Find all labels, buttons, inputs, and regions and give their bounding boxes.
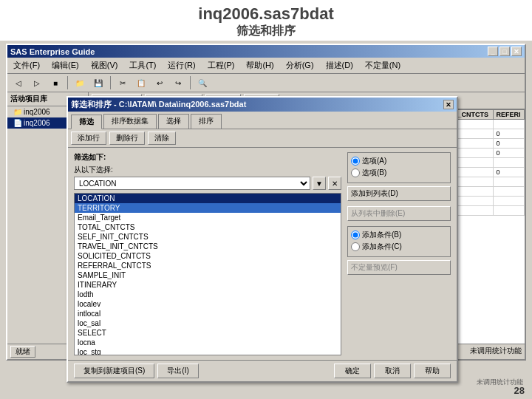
menu-tools[interactable]: 工具(T) xyxy=(126,59,159,72)
listbox-item[interactable]: ITINERARY xyxy=(75,280,341,290)
toolbar-open[interactable]: 📁 xyxy=(72,75,88,90)
cell-data: 0 xyxy=(494,168,525,177)
app-titlebar: SAS Enterprise Guide _ □ ✕ xyxy=(7,45,525,58)
cell-data: 0 xyxy=(494,129,525,139)
radio-c-input[interactable] xyxy=(351,231,360,239)
filter-dialog: 筛选和排序 - C:\IATAM\ Data\inq2006.sas7bdat … xyxy=(66,96,458,383)
toolbar-stop[interactable]: ■ xyxy=(47,75,64,90)
radio-group-2: 添加条件(B) 添加条件(C) xyxy=(347,226,451,257)
listbox-item[interactable]: intlocal xyxy=(75,309,341,318)
menu-edit[interactable]: 编辑(E) xyxy=(49,59,82,72)
filter-dropdown-arrow[interactable]: ▼ xyxy=(313,177,326,190)
page-number: 28 xyxy=(514,385,525,396)
listbox-item[interactable]: SOLICITED_CNTCTS xyxy=(75,251,341,261)
toolbar-search[interactable]: 🔍 xyxy=(194,75,211,90)
tree-label-1: inq2006 xyxy=(24,108,50,116)
btn-add-to-list[interactable]: 添加到列表(D) xyxy=(347,186,451,201)
radio-option-a[interactable]: 选项(A) xyxy=(351,156,447,166)
btn-add-condition[interactable]: 不定量预览(F) xyxy=(347,260,451,275)
filter-clear-btn[interactable]: ✕ xyxy=(328,177,341,190)
btn-clear[interactable]: 清除 xyxy=(148,132,176,145)
listbox-item[interactable]: SELF_INIT_CNTCTS xyxy=(75,232,341,242)
cell-data xyxy=(494,120,525,129)
radio-group-1: 选项(A) 选项(B) xyxy=(347,152,451,183)
btn-add-row[interactable]: 添加行 xyxy=(71,132,106,145)
dialog-tab-filter[interactable]: 筛选 xyxy=(71,115,102,129)
listbox-item[interactable]: localev xyxy=(75,299,341,309)
filter-left: 筛选如下: 从以下选择: LOCATION ▼ ✕ LOCATIONTERRIT… xyxy=(74,152,341,355)
footer-left: 复制到新建项目(S) 导出(I) xyxy=(74,364,199,378)
radio-c-label: 添加条件(B) xyxy=(362,230,401,240)
menu-analyze[interactable]: 分析(G) xyxy=(283,59,317,72)
listbox-item[interactable]: locna xyxy=(75,338,341,347)
toolbar-cut[interactable]: ✂ xyxy=(115,75,131,90)
close-btn[interactable]: ✕ xyxy=(511,47,522,56)
btn-export[interactable]: 导出(I) xyxy=(157,364,198,378)
sep2 xyxy=(110,76,111,89)
radio-b-input[interactable] xyxy=(351,168,360,177)
dialog-tabs: 筛选 排序数据集 选择 排序 xyxy=(68,112,457,129)
status-right-text: 未调用统计功能 xyxy=(470,347,522,355)
listbox-item[interactable]: TRAVEL_INIT_CNTCTS xyxy=(75,242,341,251)
app-menubar: 文件(F) 编辑(E) 视图(V) 工具(T) 运行(R) 工程(P) 帮助(H… xyxy=(7,58,525,74)
menu-describe[interactable]: 描述(D) xyxy=(323,59,356,72)
btn-cancel[interactable]: 取消 xyxy=(374,364,411,378)
listbox-item[interactable]: TERRITORY xyxy=(75,203,341,213)
dialog-close-btn[interactable]: ✕ xyxy=(443,100,454,109)
listbox-item[interactable]: SAMPLE_INIT xyxy=(75,270,341,280)
filter-subsection-label: 从以下选择: xyxy=(74,165,341,175)
filter-listbox[interactable]: LOCATIONTERRITORYEmail_TargetTOTAL_CNTCT… xyxy=(74,193,341,355)
menu-run[interactable]: 运行(R) xyxy=(165,59,198,72)
tree-label-2: inq2006 xyxy=(24,119,50,127)
dialog-titlebar: 筛选和排序 - C:\IATAM\ Data\inq2006.sas7bdat … xyxy=(68,98,457,112)
listbox-item[interactable]: lodth xyxy=(75,290,341,299)
menu-project[interactable]: 工程(P) xyxy=(205,59,238,72)
cell-data: 0 xyxy=(494,139,525,149)
tree-icon-2: 📄 xyxy=(13,119,22,127)
toolbar-forward[interactable]: ▷ xyxy=(29,75,45,90)
menu-misc[interactable]: 不定量(N) xyxy=(362,59,403,72)
minimize-btn[interactable]: _ xyxy=(488,47,498,56)
dialog-tab-select[interactable]: 选择 xyxy=(158,114,189,129)
listbox-item[interactable]: TOTAL_CNTCTS xyxy=(75,222,341,232)
cell-data xyxy=(494,158,525,168)
radio-d-input[interactable] xyxy=(351,242,360,251)
toolbar-undo[interactable]: ↩ xyxy=(151,75,168,90)
listbox-item[interactable]: loc_sal xyxy=(75,318,341,328)
btn-remove-from-list[interactable]: 从列表中删除(E) xyxy=(347,206,451,221)
cell-data xyxy=(494,197,525,206)
toolbar-back[interactable]: ◁ xyxy=(10,75,27,90)
listbox-item[interactable]: SELECT xyxy=(75,328,341,338)
listbox-item[interactable]: LOCATION xyxy=(75,194,341,203)
btn-delete-row[interactable]: 删除行 xyxy=(109,132,145,145)
dialog-tab-sort-dataset[interactable]: 排序数据集 xyxy=(103,114,157,129)
dialog-body: 筛选如下: 从以下选择: LOCATION ▼ ✕ LOCATIONTERRIT… xyxy=(68,148,457,360)
radio-a-input[interactable] xyxy=(351,157,360,166)
toolbar-copy[interactable]: 📋 xyxy=(133,75,149,90)
radio-option-b[interactable]: 选项(B) xyxy=(351,168,447,178)
menu-help[interactable]: 帮助(H) xyxy=(243,59,276,72)
menu-file[interactable]: 文件(F) xyxy=(10,59,43,72)
tree-icon-1: 📁 xyxy=(13,108,22,116)
listbox-item[interactable]: REFERRAL_CNTCTS xyxy=(75,261,341,270)
radio-option-d[interactable]: 添加条件(C) xyxy=(351,242,447,252)
app-toolbar: ◁ ▷ ■ 📁 💾 ✂ 📋 ↩ ↪ 🔍 xyxy=(7,74,525,92)
listbox-item[interactable]: Email_Target xyxy=(75,213,341,222)
cell-data: 0 xyxy=(494,149,525,158)
dialog-tab-sort[interactable]: 排序 xyxy=(191,114,222,129)
page-title-main: inq2006.sas7bdat xyxy=(0,4,532,24)
radio-option-c[interactable]: 添加条件(B) xyxy=(351,230,447,240)
filter-column-dropdown[interactable]: LOCATION xyxy=(74,177,310,190)
toolbar-redo[interactable]: ↪ xyxy=(170,75,186,90)
btn-ok[interactable]: 确定 xyxy=(334,364,371,378)
btn-help[interactable]: 帮助 xyxy=(414,364,451,378)
maximize-btn[interactable]: □ xyxy=(499,47,510,56)
dialog-title: 筛选和排序 - C:\IATAM\ Data\inq2006.sas7bdat xyxy=(71,99,246,110)
col-header-referral[interactable]: REFERI xyxy=(494,110,525,120)
status-left: 就绪 xyxy=(10,346,35,358)
menu-view[interactable]: 视图(V) xyxy=(88,59,121,72)
page-title-sub: 筛选和排序 xyxy=(0,24,532,39)
btn-copy-new[interactable]: 复制到新建项目(S) xyxy=(74,364,154,378)
listbox-item[interactable]: loc_stg xyxy=(75,347,341,355)
toolbar-save[interactable]: 💾 xyxy=(90,75,106,90)
